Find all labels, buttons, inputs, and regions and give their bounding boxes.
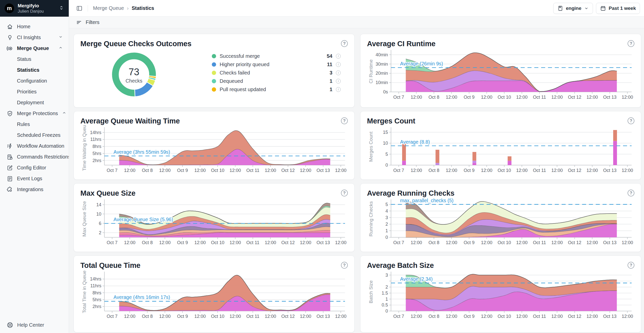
sidebar-item-label: Scheduled Freezes xyxy=(17,132,63,138)
svg-text:Oct 10: Oct 10 xyxy=(498,95,511,100)
svg-text:12:00: 12:00 xyxy=(229,168,241,173)
sidebar-item-status[interactable]: Status xyxy=(0,54,69,65)
help-icon[interactable]: ? xyxy=(341,40,348,47)
svg-text:Oct 8: Oct 8 xyxy=(428,95,439,100)
sidebar-item-commands-restrictions[interactable]: Commands Restrictions xyxy=(0,151,69,162)
sidebar-item-statistics[interactable]: Statistics xyxy=(0,65,69,75)
sidebar-item-priorities[interactable]: Priorities xyxy=(0,86,69,97)
svg-text:Oct 11: Oct 11 xyxy=(246,240,259,245)
svg-text:3: 3 xyxy=(385,273,388,278)
svg-text:30min: 30min xyxy=(376,62,388,67)
info-icon[interactable]: i xyxy=(336,87,341,92)
svg-text:12:00: 12:00 xyxy=(124,240,135,245)
sidebar-item-label: Config Editor xyxy=(17,165,63,171)
svg-text:12:00: 12:00 xyxy=(124,168,135,173)
svg-text:12:00: 12:00 xyxy=(516,95,527,100)
svg-text:11hrs: 11hrs xyxy=(90,137,101,142)
sidebar-item-event-logs[interactable]: Event Logs xyxy=(0,173,69,184)
legend-row-successful-merge: Successful merge54i xyxy=(212,52,341,60)
svg-text:Oct 10: Oct 10 xyxy=(498,240,511,245)
sidebar-item-label: Status xyxy=(17,56,63,62)
svg-text:Max Queue Size: Max Queue Size xyxy=(82,201,87,237)
svg-text:Oct 7: Oct 7 xyxy=(393,168,404,173)
card-merge-queue-checks-outcomes: Merge Queue Checks Outcomes ? 73 Checks … xyxy=(74,34,355,108)
sidebar-item-label: Statistics xyxy=(17,67,63,73)
svg-text:12:00: 12:00 xyxy=(551,95,563,100)
svg-text:Oct 8: Oct 8 xyxy=(428,314,439,319)
filters-button[interactable]: Filters xyxy=(86,19,99,25)
svg-text:40min: 40min xyxy=(376,52,388,57)
svg-text:Oct 12: Oct 12 xyxy=(281,314,295,319)
svg-text:Oct 13: Oct 13 xyxy=(316,168,330,173)
sidebar-item-ci-insights[interactable]: CI Insights xyxy=(0,32,69,43)
org-name: Mergifyio xyxy=(18,3,55,9)
svg-text:Total Time in Queue: Total Time in Queue xyxy=(82,271,87,313)
help-icon[interactable]: ? xyxy=(628,262,634,269)
topbar: Merge Queue › Statistics engine xyxy=(69,0,644,17)
svg-text:12:00: 12:00 xyxy=(159,314,171,319)
svg-text:Oct 13: Oct 13 xyxy=(316,240,330,245)
help-icon[interactable]: ? xyxy=(628,117,634,124)
dashboard-grid: Merge Queue Checks Outcomes ? 73 Checks … xyxy=(69,28,644,333)
info-icon[interactable]: i xyxy=(336,62,341,67)
sidebar-item-label: Deployment xyxy=(17,100,63,106)
svg-text:12:00: 12:00 xyxy=(335,240,347,245)
help-icon[interactable]: ? xyxy=(341,117,348,124)
sidebar-item-rules[interactable]: Rules xyxy=(0,119,69,130)
sidebar-item-merge-queue[interactable]: Merge Queue xyxy=(0,43,69,54)
help-icon[interactable]: ? xyxy=(341,262,348,269)
sidebar-item-configuration[interactable]: Configuration xyxy=(0,75,69,86)
svg-text:15: 15 xyxy=(383,130,388,135)
svg-text:12:00: 12:00 xyxy=(516,240,527,245)
svg-text:Time Waiting in Queue: Time Waiting in Queue xyxy=(82,125,87,171)
sidebar-item-workflow-automation[interactable]: Workflow Automation xyxy=(0,141,69,151)
mergify-logo-icon: m xyxy=(5,4,14,13)
legend-row-higher-priority-queued: Higher priority queued11i xyxy=(212,60,341,69)
svg-text:10: 10 xyxy=(383,141,388,146)
running-checks-chart: 012345Oct 712:00Oct 812:00Oct 912:00Oct … xyxy=(367,197,635,246)
info-icon[interactable]: i xyxy=(336,79,341,84)
home-icon xyxy=(7,23,13,30)
help-icon[interactable]: ? xyxy=(341,190,348,196)
svg-text:Oct 8: Oct 8 xyxy=(428,240,439,245)
sidebar-item-integrations[interactable]: Integrations xyxy=(0,184,69,195)
svg-text:0.5: 0.5 xyxy=(382,302,388,308)
sidebar-item-config-editor[interactable]: Config Editor xyxy=(0,162,69,173)
sidebar-item-label: Priorities xyxy=(17,89,63,95)
info-icon[interactable]: i xyxy=(336,54,341,59)
card-max-queue-size: Max Queue Size ? 261014Oct 712:00Oct 812… xyxy=(74,183,355,252)
svg-text:12:00: 12:00 xyxy=(551,240,563,245)
sidebar-item-scheduled-freezes[interactable]: Scheduled Freezes xyxy=(0,130,69,141)
org-switcher-updown-icon[interactable] xyxy=(59,5,64,12)
svg-text:Oct 8: Oct 8 xyxy=(428,168,439,173)
sidebar-toggle-icon[interactable] xyxy=(76,5,83,12)
bolt-icon xyxy=(7,143,13,149)
svg-text:Oct 9: Oct 9 xyxy=(177,314,188,319)
svg-text:12:00: 12:00 xyxy=(159,240,171,245)
help-icon[interactable]: ? xyxy=(628,190,634,196)
topbar-divider xyxy=(88,5,88,12)
sidebar-item-home[interactable]: Home xyxy=(0,21,69,32)
svg-text:14hrs: 14hrs xyxy=(90,276,101,281)
help-center-link[interactable]: Help Center xyxy=(7,322,44,328)
info-icon[interactable]: i xyxy=(336,70,341,75)
repository-select[interactable]: engine xyxy=(553,3,593,14)
svg-text:2: 2 xyxy=(385,285,388,290)
breadcrumb-merge-queue[interactable]: Merge Queue xyxy=(93,5,124,11)
svg-text:12:00: 12:00 xyxy=(551,314,563,319)
checks-outcomes-donut xyxy=(104,50,164,100)
svg-text:Oct 12: Oct 12 xyxy=(281,168,295,173)
date-range-label: Past 1 week xyxy=(609,6,636,11)
svg-text:1: 1 xyxy=(385,228,388,233)
date-range-button[interactable]: Past 1 week xyxy=(596,3,640,14)
sidebar-item-deployment[interactable]: Deployment xyxy=(0,97,69,108)
org-switcher[interactable]: m Mergifyio Julien Danjou xyxy=(0,0,69,17)
svg-text:12:00: 12:00 xyxy=(622,168,633,173)
total-queue-time-chart: 2hrs5hrs8hrs11hrs14hrsOct 712:00Oct 812:… xyxy=(80,270,348,320)
svg-text:Oct 7: Oct 7 xyxy=(107,314,118,319)
svg-text:Oct 10: Oct 10 xyxy=(498,314,511,319)
breadcrumb-chevron-icon: › xyxy=(127,5,129,11)
card-title: Max Queue Size xyxy=(80,189,135,197)
sidebar-item-merge-protections[interactable]: Merge Protections xyxy=(0,108,69,119)
help-icon[interactable]: ? xyxy=(628,40,634,47)
